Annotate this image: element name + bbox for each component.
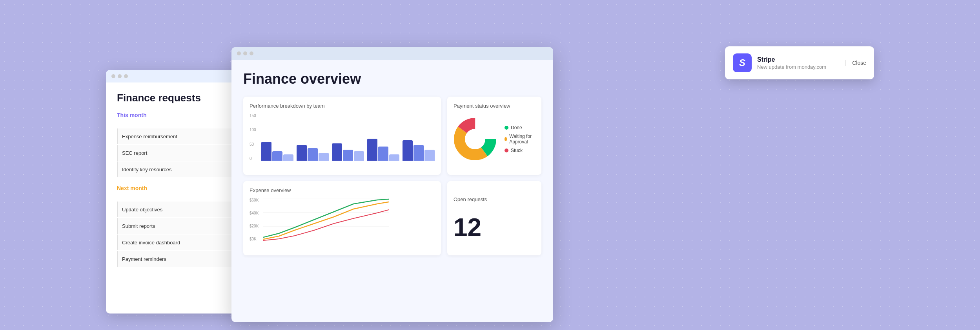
bar-chart-card: Performance breakdown by team 0 50 100 1… (243, 97, 441, 175)
bar-dark (367, 139, 377, 161)
task-name: Identify key resources (122, 167, 235, 172)
finance-overview-window: Finance overview Performance breakdown b… (231, 47, 553, 322)
open-requests-card: Open requests 12 (447, 181, 541, 255)
bar-light (319, 153, 329, 161)
y-label: $0K (250, 237, 259, 241)
pie-area: Done Waiting for Approval Stuck (454, 114, 535, 165)
stripe-icon: S (733, 53, 752, 72)
line-orange (263, 202, 389, 239)
legend-label-stuck: Stuck (511, 148, 523, 153)
overview-title: Finance overview (243, 71, 541, 87)
legend-item-stuck: Stuck (505, 148, 535, 153)
task-name: Payment reminders (122, 256, 235, 262)
x-axis-line (261, 161, 435, 161)
dot-2 (118, 74, 122, 78)
y-label: 100 (250, 128, 256, 132)
y-label: $60K (250, 198, 259, 202)
dot-1 (237, 51, 241, 55)
bar-mid (272, 151, 282, 161)
task-name: Update objectives (122, 207, 235, 213)
bar-group (367, 139, 399, 161)
titlebar-overview (231, 47, 553, 60)
pie-legend: Done Waiting for Approval Stuck (505, 125, 535, 153)
bar-dark (261, 142, 271, 161)
bar-chart-title: Performance breakdown by team (250, 103, 435, 109)
y-label: 150 (250, 114, 256, 118)
dot-3 (250, 51, 253, 55)
bar-mid (308, 148, 318, 161)
line-chart-y: $0K $20K $40K $60K (250, 198, 259, 241)
task-name: Create invoice dashboard (122, 240, 235, 246)
task-name: Expense reimbursement (122, 134, 235, 139)
y-label: $20K (250, 224, 259, 228)
dot-3 (124, 74, 128, 78)
pie-chart-title: Payment status overview (454, 103, 535, 109)
bar-light (424, 150, 435, 161)
bar-mid (343, 150, 353, 161)
y-axis: 0 50 100 150 (250, 114, 256, 161)
legend-dot-red (505, 148, 508, 152)
y-label: $40K (250, 211, 259, 215)
open-requests-count: 12 (454, 215, 481, 240)
line-chart-svg (263, 198, 389, 241)
bar-light (389, 154, 399, 161)
line-chart-card: Expense overview $0K $20K $40K $60K (243, 181, 441, 255)
stripe-text: Stripe New update from monday.com (757, 56, 840, 70)
stripe-s-letter: S (739, 57, 745, 68)
y-label: 0 (250, 156, 256, 161)
close-button[interactable]: Close (845, 60, 866, 66)
bar-dark (403, 140, 413, 161)
bar-group (332, 143, 364, 161)
pie-svg (454, 117, 497, 161)
dot-2 (243, 51, 247, 55)
legend-item-done: Done (505, 125, 535, 130)
bar-group (403, 140, 435, 161)
pie-segment-stuck (459, 123, 491, 155)
line-chart-title: Expense overview (250, 187, 435, 193)
line-green (263, 199, 389, 237)
legend-label-done: Done (511, 125, 522, 130)
stripe-notification: S Stripe New update from monday.com Clos… (725, 46, 874, 79)
legend-label-waiting: Waiting for Approval (509, 134, 535, 145)
bar-chart-inner (250, 114, 435, 161)
charts-grid: Performance breakdown by team 0 50 100 1… (243, 97, 541, 255)
task-name: SEC report (122, 150, 235, 156)
dot-1 (111, 74, 115, 78)
bar-light (283, 154, 293, 161)
open-requests-title: Open requests (454, 196, 487, 202)
y-label: 50 (250, 142, 256, 147)
bar-light (354, 151, 364, 161)
stripe-title: Stripe (757, 56, 840, 63)
legend-item-waiting: Waiting for Approval (505, 134, 535, 145)
line-chart-area: $0K $20K $40K $60K (250, 198, 435, 249)
bar-group (261, 142, 293, 161)
pie-chart-card: Payment status overview (447, 97, 541, 175)
bar-chart: 0 50 100 150 (250, 114, 435, 169)
legend-dot-orange (505, 137, 507, 141)
task-name: Submit reports (122, 223, 235, 229)
bar-mid (378, 147, 388, 161)
bar-group (297, 145, 329, 161)
bar-mid (413, 145, 424, 161)
legend-dot-green (505, 126, 508, 130)
bar-dark (332, 143, 342, 161)
bar-dark (297, 145, 307, 161)
stripe-subtitle: New update from monday.com (757, 64, 840, 70)
